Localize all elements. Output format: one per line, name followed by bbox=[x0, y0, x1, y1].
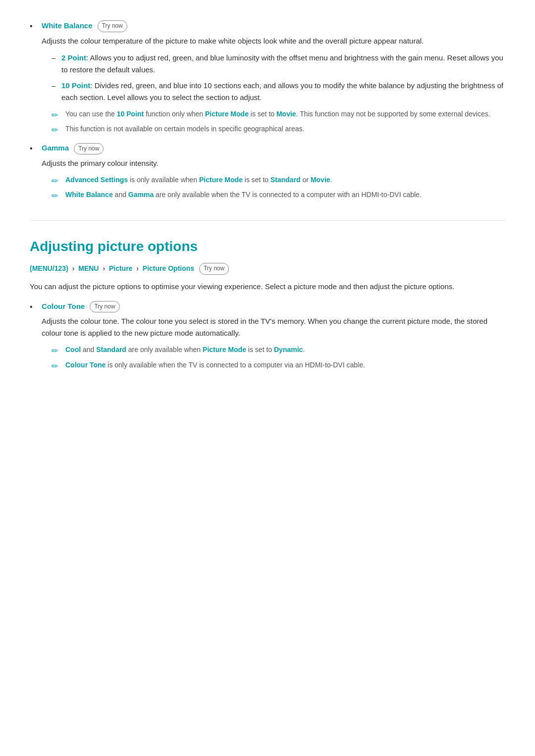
breadcrumb-menu123: (MENU/123) bbox=[30, 264, 68, 272]
sub-item-10point: 10 Point: Divides red, green, and blue i… bbox=[52, 80, 505, 103]
10point-text: Divides red, green, and blue into 10 sec… bbox=[61, 81, 503, 101]
gamma-title: Gamma bbox=[42, 144, 69, 152]
breadcrumb-picture: Picture bbox=[109, 264, 132, 272]
colour-tone-desc: Adjusts the colour tone. The colour tone… bbox=[42, 315, 505, 339]
note-item-cool-standard: ✏ Cool and Standard are only available w… bbox=[52, 344, 505, 355]
breadcrumb-sep-2: › bbox=[103, 264, 105, 272]
list-item-gamma: Gamma Try now Adjusts the primary colour… bbox=[30, 142, 505, 200]
note-text-4: White Balance and Gamma are only availab… bbox=[65, 191, 422, 199]
note-text-3: Advanced Settings is only available when… bbox=[65, 176, 332, 184]
section-intro: You can adjust the picture options to op… bbox=[30, 281, 505, 293]
colour-tone-try-now[interactable]: Try now bbox=[90, 301, 119, 312]
colour-tone-notes: ✏ Cool and Standard are only available w… bbox=[42, 344, 505, 370]
10point-term: 10 Point bbox=[61, 81, 90, 90]
note-icon-2: ✏ bbox=[52, 124, 58, 137]
section-adjusting-picture-options: Adjusting picture options (MENU/123) › M… bbox=[30, 220, 505, 370]
2point-term: 2 Point bbox=[61, 53, 86, 62]
note-icon-1: ✏ bbox=[52, 109, 58, 122]
sub-item-2point: 2 Point: Allows you to adjust red, green… bbox=[52, 52, 505, 76]
note-item-colour-tone-hdmi: ✏ Colour Tone is only available when the… bbox=[52, 359, 505, 370]
note-item-10point-movie: ✏ You can use the 10 Point function only… bbox=[52, 108, 505, 119]
note-icon-6: ✏ bbox=[52, 360, 58, 373]
note-text-6: Colour Tone is only available when the T… bbox=[65, 361, 365, 369]
list-item-colour-tone: Colour Tone Try now Adjusts the colour t… bbox=[30, 301, 505, 370]
white-balance-title: White Balance bbox=[42, 21, 93, 30]
main-bullet-list-2: Colour Tone Try now Adjusts the colour t… bbox=[30, 301, 505, 370]
note-icon-5: ✏ bbox=[52, 345, 58, 357]
white-balance-notes: ✏ You can use the 10 Point function only… bbox=[42, 108, 505, 135]
breadcrumb: (MENU/123) › MENU › Picture › Picture Op… bbox=[30, 263, 505, 275]
note-icon-4: ✏ bbox=[52, 190, 58, 202]
breadcrumb-picture-options: Picture Options bbox=[143, 264, 194, 272]
breadcrumb-menu: MENU bbox=[78, 264, 99, 272]
breadcrumb-sep-3: › bbox=[136, 264, 139, 272]
section-heading: Adjusting picture options bbox=[30, 220, 505, 258]
note-icon-3: ✏ bbox=[52, 175, 58, 188]
gamma-desc: Adjusts the primary colour intensity. bbox=[42, 157, 505, 169]
colour-tone-title: Colour Tone bbox=[42, 302, 85, 310]
2point-text: Allows you to adjust red, green, and blu… bbox=[61, 53, 503, 74]
note-item-advanced-settings: ✏ Advanced Settings is only available wh… bbox=[52, 174, 505, 185]
note-text-2: This function is not available on certai… bbox=[65, 125, 305, 133]
white-balance-try-now[interactable]: Try now bbox=[98, 20, 127, 32]
list-item-white-balance: White Balance Try now Adjusts the colour… bbox=[30, 20, 505, 134]
breadcrumb-sep-1: › bbox=[72, 264, 75, 272]
breadcrumb-try-now[interactable]: Try now bbox=[199, 263, 229, 274]
white-balance-desc: Adjusts the colour temperature of the pi… bbox=[42, 35, 505, 47]
main-bullet-list-1: White Balance Try now Adjusts the colour… bbox=[30, 20, 505, 201]
note-item-models: ✏ This function is not available on cert… bbox=[52, 123, 505, 134]
note-item-wb-gamma-hdmi: ✏ White Balance and Gamma are only avail… bbox=[52, 189, 505, 200]
note-text-1: You can use the 10 Point function only w… bbox=[65, 110, 490, 118]
gamma-notes: ✏ Advanced Settings is only available wh… bbox=[42, 174, 505, 201]
note-text-5: Cool and Standard are only available whe… bbox=[65, 346, 305, 353]
white-balance-sub-list: 2 Point: Allows you to adjust red, green… bbox=[42, 52, 505, 103]
gamma-try-now[interactable]: Try now bbox=[74, 143, 104, 154]
section-white-balance-gamma: White Balance Try now Adjusts the colour… bbox=[30, 20, 505, 201]
